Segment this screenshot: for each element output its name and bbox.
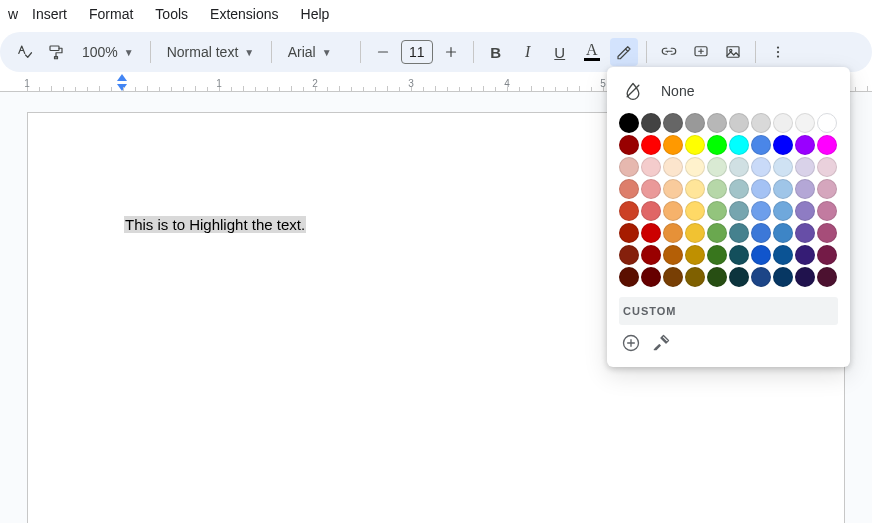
color-swatch[interactable] (795, 113, 815, 133)
color-swatch[interactable] (619, 113, 639, 133)
color-swatch[interactable] (751, 135, 771, 155)
color-swatch[interactable] (751, 157, 771, 177)
font-size-input[interactable]: 11 (401, 40, 433, 64)
color-swatch[interactable] (685, 135, 705, 155)
color-swatch[interactable] (663, 201, 683, 221)
text-color-button[interactable]: A (578, 38, 606, 66)
bold-button[interactable]: B (482, 38, 510, 66)
color-swatch[interactable] (663, 113, 683, 133)
color-swatch[interactable] (707, 223, 727, 243)
menu-item-extensions[interactable]: Extensions (202, 2, 286, 26)
color-swatch[interactable] (685, 157, 705, 177)
color-swatch[interactable] (685, 267, 705, 287)
menu-item-partial[interactable]: w (4, 6, 18, 22)
paint-format-button[interactable] (42, 38, 70, 66)
color-swatch[interactable] (685, 201, 705, 221)
color-swatch[interactable] (773, 201, 793, 221)
insert-link-button[interactable] (655, 38, 683, 66)
color-swatch[interactable] (729, 201, 749, 221)
menu-item-help[interactable]: Help (293, 2, 338, 26)
highlight-none-option[interactable]: None (619, 77, 838, 105)
color-swatch[interactable] (729, 135, 749, 155)
color-swatch[interactable] (685, 223, 705, 243)
color-swatch[interactable] (729, 157, 749, 177)
decrease-font-size-button[interactable] (369, 38, 397, 66)
color-swatch[interactable] (817, 245, 837, 265)
color-swatch[interactable] (641, 267, 661, 287)
color-swatch[interactable] (817, 179, 837, 199)
menu-item-insert[interactable]: Insert (24, 2, 75, 26)
color-swatch[interactable] (795, 223, 815, 243)
color-swatch[interactable] (619, 267, 639, 287)
color-swatch[interactable] (773, 245, 793, 265)
color-swatch[interactable] (817, 135, 837, 155)
color-swatch[interactable] (751, 267, 771, 287)
color-swatch[interactable] (685, 245, 705, 265)
paragraph-style-dropdown[interactable]: Normal text ▼ (159, 38, 263, 66)
color-swatch[interactable] (641, 113, 661, 133)
color-swatch[interactable] (751, 201, 771, 221)
color-swatch[interactable] (707, 201, 727, 221)
color-swatch[interactable] (663, 245, 683, 265)
color-swatch[interactable] (641, 157, 661, 177)
color-swatch[interactable] (619, 157, 639, 177)
italic-button[interactable]: I (514, 38, 542, 66)
insert-image-button[interactable] (719, 38, 747, 66)
color-swatch[interactable] (663, 179, 683, 199)
color-swatch[interactable] (641, 135, 661, 155)
color-swatch[interactable] (795, 201, 815, 221)
color-swatch[interactable] (707, 157, 727, 177)
color-swatch[interactable] (773, 135, 793, 155)
color-swatch[interactable] (817, 267, 837, 287)
color-swatch[interactable] (663, 267, 683, 287)
highlight-color-button[interactable] (610, 38, 638, 66)
color-swatch[interactable] (663, 223, 683, 243)
color-swatch[interactable] (663, 135, 683, 155)
color-swatch[interactable] (751, 223, 771, 243)
color-swatch[interactable] (619, 223, 639, 243)
color-swatch[interactable] (619, 245, 639, 265)
color-swatch[interactable] (773, 267, 793, 287)
color-swatch[interactable] (707, 267, 727, 287)
underline-button[interactable]: U (546, 38, 574, 66)
color-swatch[interactable] (773, 113, 793, 133)
color-swatch[interactable] (751, 113, 771, 133)
color-swatch[interactable] (685, 179, 705, 199)
color-swatch[interactable] (795, 267, 815, 287)
spellcheck-button[interactable] (10, 38, 38, 66)
add-comment-button[interactable] (687, 38, 715, 66)
color-swatch[interactable] (795, 157, 815, 177)
color-swatch[interactable] (729, 245, 749, 265)
color-swatch[interactable] (707, 179, 727, 199)
color-swatch[interactable] (729, 223, 749, 243)
color-swatch[interactable] (685, 113, 705, 133)
indent-first-line-marker[interactable] (117, 74, 127, 81)
color-swatch[interactable] (795, 245, 815, 265)
color-swatch[interactable] (707, 245, 727, 265)
color-swatch[interactable] (817, 113, 837, 133)
color-swatch[interactable] (729, 179, 749, 199)
color-swatch[interactable] (641, 179, 661, 199)
color-swatch[interactable] (707, 135, 727, 155)
color-swatch[interactable] (619, 179, 639, 199)
color-swatch[interactable] (707, 113, 727, 133)
font-dropdown[interactable]: Arial ▼ (280, 38, 352, 66)
color-swatch[interactable] (729, 267, 749, 287)
eyedropper-button[interactable] (651, 333, 671, 353)
color-swatch[interactable] (619, 201, 639, 221)
increase-font-size-button[interactable] (437, 38, 465, 66)
color-swatch[interactable] (751, 179, 771, 199)
color-swatch[interactable] (751, 245, 771, 265)
indent-left-marker[interactable] (117, 84, 127, 91)
zoom-dropdown[interactable]: 100% ▼ (74, 38, 142, 66)
color-swatch[interactable] (817, 201, 837, 221)
color-swatch[interactable] (773, 223, 793, 243)
color-swatch[interactable] (619, 135, 639, 155)
color-swatch[interactable] (795, 135, 815, 155)
add-custom-color-button[interactable] (621, 333, 641, 353)
color-swatch[interactable] (795, 179, 815, 199)
color-swatch[interactable] (641, 201, 661, 221)
menu-item-tools[interactable]: Tools (147, 2, 196, 26)
color-swatch[interactable] (641, 245, 661, 265)
color-swatch[interactable] (773, 157, 793, 177)
